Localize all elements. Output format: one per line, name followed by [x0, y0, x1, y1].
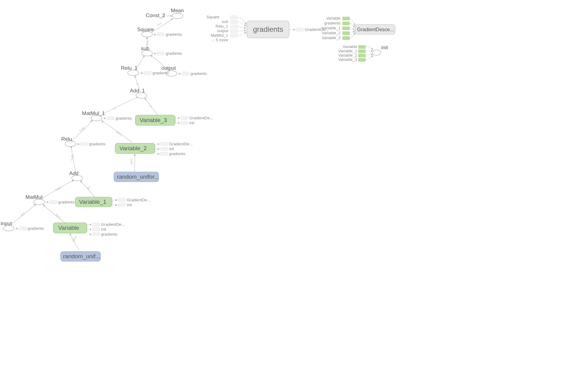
- svg-text:output: output: [217, 28, 228, 33]
- svg-rect-84: [19, 227, 26, 230]
- svg-text:init: init: [127, 203, 132, 207]
- op-square[interactable]: Square: [137, 27, 154, 37]
- op-matmul[interactable]: MatMul: [25, 194, 45, 205]
- svg-text:sub: sub: [222, 19, 228, 24]
- svg-text:?×15: ?×15: [79, 126, 85, 133]
- svg-text:?×2: ?×2: [20, 212, 25, 217]
- svg-rect-112: [342, 27, 350, 30]
- svg-text:15×1: 15×1: [115, 130, 122, 136]
- svg-point-27: [136, 93, 147, 98]
- svg-rect-100: [230, 25, 238, 28]
- svg-rect-90: [92, 233, 100, 236]
- block-randunif2[interactable]: random_unifor...: [114, 172, 159, 182]
- svg-text:gradients: gradients: [190, 71, 207, 76]
- svg-text:Relu_1: Relu_1: [216, 24, 228, 28]
- svg-text:Square: Square: [206, 15, 219, 19]
- svg-point-37: [3, 225, 14, 231]
- svg-rect-70: [81, 142, 88, 146]
- svg-rect-62: [182, 72, 189, 75]
- svg-rect-102: [230, 34, 238, 37]
- op-add1[interactable]: Add_1: [130, 88, 147, 98]
- svg-text:output: output: [161, 65, 176, 71]
- svg-rect-122: [358, 58, 366, 61]
- svg-text:?×1: ?×1: [146, 40, 149, 45]
- svg-point-21: [141, 50, 153, 56]
- svg-text:gradients: gradients: [101, 232, 118, 237]
- svg-rect-86: [92, 223, 100, 226]
- svg-text:GradientDe...: GradientDe...: [101, 222, 125, 227]
- svg-rect-121: [358, 54, 366, 57]
- svg-text:15: 15: [86, 186, 91, 190]
- svg-text:Variable: Variable: [343, 44, 357, 49]
- svg-text:gradients: gradients: [166, 32, 182, 37]
- svg-text:gradients: gradients: [324, 21, 341, 25]
- op-matmul1[interactable]: MatMul_1: [82, 110, 105, 121]
- svg-point-35: [34, 199, 45, 205]
- op-sub[interactable]: sub: [141, 46, 153, 56]
- svg-rect-110: [342, 17, 350, 20]
- svg-text:random_unifor...: random_unifor...: [117, 173, 159, 180]
- ports: gradients gradients gradients gradients …: [14, 15, 366, 237]
- svg-point-19: [141, 32, 153, 37]
- svg-text:Variable_2: Variable_2: [338, 53, 357, 58]
- svg-rect-80: [118, 198, 126, 202]
- svg-text:?×15: ?×15: [70, 155, 74, 161]
- svg-text:Const_2: Const_2: [146, 13, 165, 18]
- svg-text:... 5 more: ... 5 more: [211, 38, 228, 42]
- svg-text:gradients: gradients: [169, 151, 186, 156]
- svg-rect-74: [160, 147, 168, 151]
- svg-point-33: [72, 175, 83, 181]
- svg-text:init: init: [189, 121, 194, 125]
- svg-text:Variable: Variable: [326, 16, 341, 20]
- svg-text:?×1: ?×1: [156, 22, 162, 27]
- svg-text:gradients: gradients: [166, 51, 182, 56]
- op-relu1[interactable]: Relu_1: [121, 65, 139, 76]
- svg-text:Variable_3: Variable_3: [140, 117, 167, 124]
- svg-rect-113: [342, 32, 350, 35]
- op-const2[interactable]: Const_2: [146, 13, 165, 18]
- svg-rect-88: [92, 228, 100, 231]
- svg-text:Variable_3: Variable_3: [322, 35, 341, 40]
- block-gradients[interactable]: gradients: [247, 21, 289, 38]
- block-graddescent[interactable]: GradientDesce...: [355, 24, 395, 34]
- svg-rect-119: [358, 45, 366, 49]
- svg-text:GradientDe...: GradientDe...: [127, 198, 150, 202]
- svg-rect-111: [342, 22, 350, 25]
- svg-text:15×2: 15×2: [55, 213, 62, 219]
- svg-text:Variable_1: Variable_1: [338, 49, 357, 53]
- block-variable2[interactable]: Variable_2: [115, 143, 155, 154]
- op-input[interactable]: input: [1, 221, 14, 231]
- svg-rect-99: [230, 20, 238, 24]
- svg-text:GradientDe...: GradientDe...: [189, 116, 213, 120]
- svg-rect-82: [118, 203, 126, 207]
- block-randunif[interactable]: random_unif...: [61, 251, 100, 261]
- block-variable1[interactable]: Variable_1: [75, 197, 112, 207]
- op-init[interactable]: init: [372, 45, 388, 55]
- svg-text:Variable_1: Variable_1: [322, 26, 341, 30]
- svg-rect-101: [230, 29, 238, 33]
- svg-text:init: init: [169, 147, 174, 151]
- svg-text:gradients: gradients: [28, 226, 44, 231]
- svg-rect-114: [342, 36, 350, 40]
- svg-text:Variable_2: Variable_2: [322, 31, 341, 35]
- svg-text:gradients: gradients: [253, 25, 283, 33]
- block-variable[interactable]: Variable: [53, 223, 87, 233]
- svg-text:gradients: gradients: [58, 200, 75, 204]
- svg-text:Variable_2: Variable_2: [119, 145, 147, 152]
- svg-text:15×2: 15×2: [72, 236, 77, 243]
- op-mean[interactable]: Mean: [171, 8, 184, 19]
- svg-rect-66: [181, 116, 188, 120]
- svg-text:MatMul_1: MatMul_1: [82, 110, 105, 116]
- svg-text:MatMul_1: MatMul_1: [211, 33, 228, 38]
- op-relu[interactable]: Relu: [61, 136, 76, 147]
- svg-point-16: [172, 13, 183, 19]
- svg-text:15×1: 15×1: [130, 158, 133, 165]
- svg-text:?×15: ?×15: [55, 186, 62, 192]
- block-variable3[interactable]: Variable_3: [135, 115, 175, 125]
- op-add[interactable]: Add: [69, 170, 83, 181]
- svg-rect-56: [157, 33, 164, 36]
- svg-text:init: init: [101, 227, 106, 232]
- svg-point-29: [91, 115, 102, 121]
- svg-rect-68: [181, 121, 188, 125]
- svg-text:GradientDesce...: GradientDesce...: [357, 27, 394, 32]
